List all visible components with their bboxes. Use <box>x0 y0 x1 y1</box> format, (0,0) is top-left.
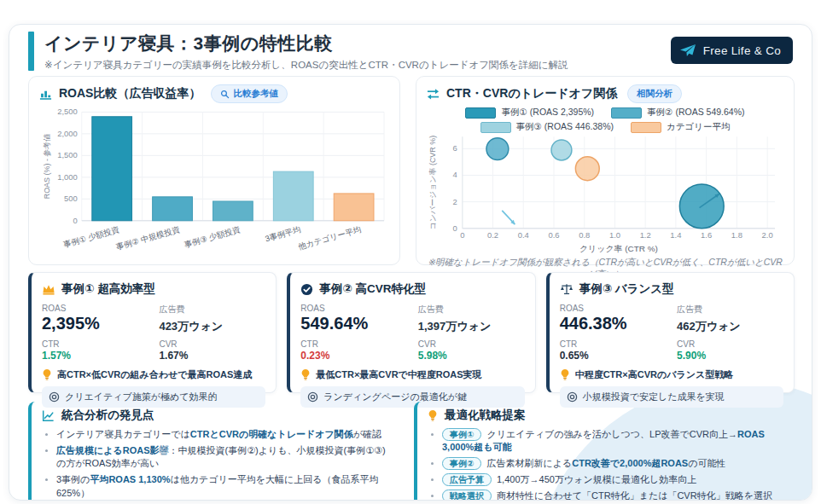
roas-label: ROAS <box>560 304 677 313</box>
ctr-value: 0.65% <box>560 350 677 362</box>
text-segment: が確認 <box>353 429 381 439</box>
svg-text:2,500: 2,500 <box>57 107 78 116</box>
page-title: インテリア寝具：3事例の特性比較 <box>44 32 568 55</box>
svg-text:2: 2 <box>453 197 457 206</box>
cvr-label: CVR <box>418 339 525 349</box>
scatter-panel-badge: 相関分析 <box>627 84 682 103</box>
bulb-icon <box>300 368 311 381</box>
scale-icon <box>560 283 574 295</box>
bar-panel-header: ROAS比較（広告収益率） 比較参考値 <box>39 84 389 103</box>
ctr-value: 0.23% <box>300 350 417 362</box>
svg-text:0.6: 0.6 <box>548 230 559 240</box>
text-segment: の可能性 <box>688 458 725 468</box>
svg-text:1.8: 1.8 <box>731 230 742 240</box>
legend-label: 事例② (ROAS 549.64%) <box>647 107 744 119</box>
insight-line: 中程度CTR×高CVRのバランス型戦略 <box>560 368 783 381</box>
svg-text:0.4: 0.4 <box>518 230 529 240</box>
svg-text:クリック率 (CTR %): クリック率 (CTR %) <box>579 244 658 253</box>
roas-value: 2,395% <box>42 314 159 333</box>
ctr-label: CTR <box>300 339 417 349</box>
case-card-metrics: ROAS549.64% 広告費1,397万ウォン CTR0.23% CVR5.9… <box>300 304 524 362</box>
svg-text:3事例平均: 3事例平均 <box>264 224 301 243</box>
roas-value: 446.38% <box>560 314 677 333</box>
roas-value: 549.64% <box>300 314 417 333</box>
svg-text:1,500: 1,500 <box>57 150 78 159</box>
svg-text:6: 6 <box>453 143 457 153</box>
case-card-header: 事例③ バランス型 <box>560 281 783 297</box>
legend-label: 事例① (ROAS 2,395%) <box>501 107 594 119</box>
strategy-item: 事例①クリエイティブの強みを活かしつつ、LP改善でCVR向上→ROAS 3,00… <box>442 428 786 455</box>
finding-item: 広告規模によるROAS影響：中規模投資(事例②)よりも、小規模投資(事例①③)の… <box>56 444 392 471</box>
brand-logo-text: Free Life & Co <box>703 44 781 57</box>
magnifier-icon <box>220 90 230 99</box>
trend-chart-icon <box>42 409 55 422</box>
bulb-icon <box>42 368 52 381</box>
ctr-label: CTR <box>560 339 677 349</box>
svg-text:0: 0 <box>73 216 78 225</box>
spend-label: 広告費 <box>677 304 783 316</box>
page-header: インテリア寝具：3事例の特性比較 ※インテリア寝具カテゴリーの実績事例を比較分析… <box>28 32 793 72</box>
swap-arrows-icon <box>427 88 440 101</box>
text-segment: クリエイティブの強みを活かしつつ、LP改善でCVR向上→ <box>486 429 737 439</box>
svg-text:事例② 中規模投資: 事例② 中規模投資 <box>115 224 182 252</box>
svg-text:0.8: 0.8 <box>579 230 590 240</box>
page-subtitle: ※インテリア寝具カテゴリーの実績事例を比較分析し、ROASの突出性とCTR・CV… <box>44 59 568 72</box>
strategy-item: 広告予算1,400万→450万ウォン規模に最適化し効率向上 <box>442 473 786 486</box>
legend-item[interactable]: 事例① (ROAS 2,395%) <box>465 107 594 119</box>
svg-text:0: 0 <box>453 223 457 233</box>
strategy-item: 事例②広告素材刷新によるCTR改善で2,000%超ROASの可能性 <box>442 457 786 470</box>
spend-value: 1,397万ウォン <box>418 319 525 334</box>
strategy-tag: 戦略選択 <box>442 490 492 501</box>
spend-value: 423万ウォン <box>159 319 265 334</box>
svg-text:ROAS (%) - 参考値: ROAS (%) - 参考値 <box>43 134 51 200</box>
finding-item: 3事例の平均ROAS 1,130%は他カテゴリー平均を大幅に上回る（食品系平均6… <box>56 473 392 500</box>
legend-swatch <box>465 107 496 119</box>
legend-label: 事例③ (ROAS 446.38%) <box>516 121 614 133</box>
svg-text:1.0: 1.0 <box>609 230 620 240</box>
strategy-item: 戦略選択商材特性に合わせて「CTR特化」または「CVR特化」戦略を選択 <box>442 490 786 501</box>
strategies-title: 最適化戦略提案 <box>445 408 526 423</box>
bulb-icon <box>428 409 438 422</box>
scatter-panel-title: CTR・CVRのトレードオフ関係 <box>446 86 617 101</box>
bar-panel-title: ROAS比較（広告収益率） <box>59 86 201 101</box>
legend-row: 事例③ (ROAS 446.38%)カテゴリー平均 <box>480 121 731 133</box>
legend-label: カテゴリー平均 <box>667 121 730 133</box>
svg-text:2.0: 2.0 <box>762 230 773 240</box>
legend-item[interactable]: カテゴリー平均 <box>631 121 730 133</box>
case-card-metrics: ROAS446.38% 広告費462万ウォン CTR0.65% CVR5.90% <box>560 304 783 362</box>
cvr-label: CVR <box>677 339 783 349</box>
roas-label: ROAS <box>42 304 159 313</box>
title-accent-bar <box>28 32 34 71</box>
roas-bar-panel: ROAS比較（広告収益率） 比較参考値 05001,0001,5002,0002… <box>28 76 400 265</box>
legend-item[interactable]: 事例② (ROAS 549.64%) <box>611 107 744 119</box>
tradeoff-scatter-panel: CTR・CVRのトレードオフ関係 相関分析 事例① (ROAS 2,395%)事… <box>416 76 795 265</box>
cvr-value: 5.90% <box>677 350 783 362</box>
svg-text:他カテゴリー平均: 他カテゴリー平均 <box>296 224 362 252</box>
insights-row: 統合分析の発見点 インテリア寝具カテゴリーではCTRとCVRの明確なトレードオフ… <box>28 402 795 501</box>
svg-text:4: 4 <box>453 170 457 179</box>
paper-plane-icon <box>679 43 696 57</box>
spend-value: 462万ウォン <box>677 319 783 334</box>
case-card-title: 事例① 超高効率型 <box>61 281 155 297</box>
case-card-metrics: ROAS2,395% 広告費423万ウォン CTR1.57% CVR1.67% <box>42 304 265 362</box>
insight-line: 最低CTR×最高CVRで中程度ROAS実現 <box>300 368 524 381</box>
cvr-label: CVR <box>159 339 265 349</box>
legend-row: 事例① (ROAS 2,395%)事例② (ROAS 549.64%) <box>465 107 744 119</box>
svg-text:1,000: 1,000 <box>57 172 78 182</box>
text-segment: 商材特性に合わせて「CTR特化」または「CVR特化」戦略を選択 <box>497 490 772 501</box>
legend-swatch <box>631 122 661 133</box>
case-card: 事例③ バランス型 ROAS446.38% 広告費462万ウォン CTR0.65… <box>546 272 795 393</box>
case-card-title: 事例③ バランス型 <box>579 281 674 297</box>
svg-text:0: 0 <box>460 230 464 240</box>
strategy-tag: 事例② <box>442 457 481 470</box>
bar-panel-badge: 比較参考値 <box>211 84 288 103</box>
tradeoff-scatter-chart: 024600.20.40.60.81.01.21.41.61.82.0クリック率… <box>427 133 783 254</box>
text-segment: CTR改善で2,000%超ROAS <box>572 458 688 468</box>
findings-title: 統合分析の発見点 <box>61 408 154 423</box>
text-segment: CTRとCVRの明確なトレードオフ関係 <box>190 429 353 439</box>
charts-row: ROAS比較（広告収益率） 比較参考値 05001,0001,5002,0002… <box>28 76 795 265</box>
check-circle-icon <box>300 283 313 296</box>
svg-text:1.6: 1.6 <box>701 230 712 240</box>
title-block: インテリア寝具：3事例の特性比較 ※インテリア寝具カテゴリーの実績事例を比較分析… <box>28 32 568 72</box>
legend-item[interactable]: 事例③ (ROAS 446.38%) <box>480 121 614 133</box>
